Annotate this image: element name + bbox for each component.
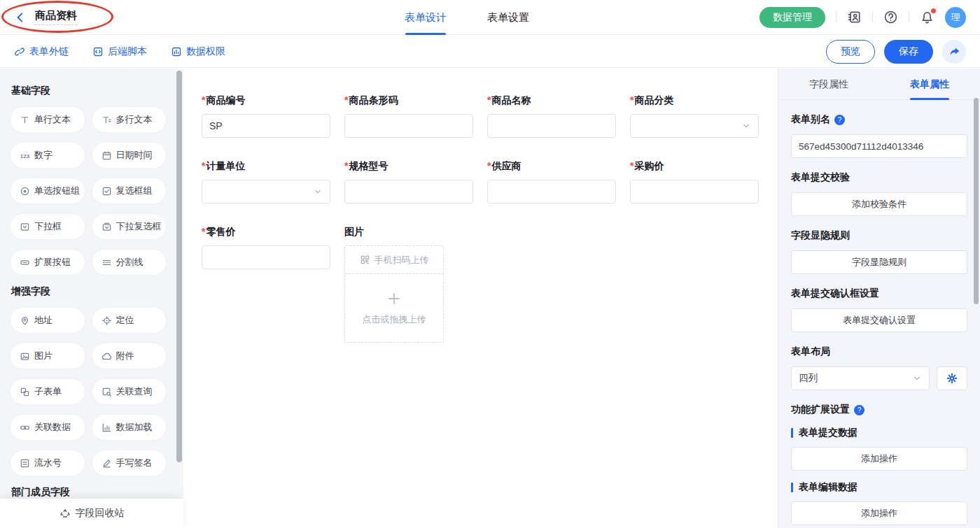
field-input[interactable] <box>344 180 473 204</box>
field-type-pill[interactable]: 日期时间 <box>92 142 167 169</box>
field-label: *商品编号 <box>202 94 330 107</box>
sidebar-scrollbar[interactable] <box>175 69 183 528</box>
required-asterisk: * <box>344 160 348 171</box>
field-input[interactable] <box>487 180 616 204</box>
field-input[interactable] <box>202 245 330 269</box>
field-type-pill[interactable]: 单行文本 <box>10 106 85 133</box>
field-type-pill[interactable]: 手写签名 <box>92 450 167 476</box>
properties-tab-form[interactable]: 表单属性 <box>879 69 980 99</box>
image-upload-field[interactable]: 手机扫码上传 点击或拖拽上传 <box>344 245 444 343</box>
required-asterisk: * <box>487 94 491 106</box>
field-type-pill[interactable]: 关联数据 <box>10 414 85 441</box>
data-manage-button[interactable]: 数据管理 <box>760 7 825 28</box>
toolbar-link-1[interactable]: 后端脚本 <box>92 45 147 58</box>
select-icon <box>20 222 30 232</box>
recycle-bin-label: 字段回收站 <box>76 507 125 520</box>
link-icon <box>14 46 25 57</box>
address-icon <box>20 315 30 326</box>
contacts-icon[interactable] <box>847 10 862 24</box>
canvas-field[interactable]: 图片 手机扫码上传 点击或拖拽上传 <box>344 225 473 343</box>
canvas-field[interactable]: *零售价 <box>202 225 330 269</box>
gear-icon <box>946 373 958 384</box>
required-asterisk: * <box>202 94 205 106</box>
required-asterisk: * <box>344 94 348 106</box>
sidebar-scrollbar-thumb[interactable] <box>176 71 182 462</box>
drag-drop-upload-area[interactable]: 点击或拖拽上传 <box>345 274 443 342</box>
field-type-pill[interactable]: 定位 <box>92 307 167 334</box>
toolbar-link-0[interactable]: 表单外链 <box>14 45 69 58</box>
field-type-pill[interactable]: 流水号 <box>10 450 85 476</box>
form-alias-label: 表单别名? <box>791 113 967 126</box>
form-toolbar: 表单外链后端脚本数据权限 预览 保存 <box>0 36 980 68</box>
linked-data-icon <box>20 422 30 433</box>
preview-button[interactable]: 预览 <box>826 40 875 64</box>
field-select[interactable] <box>630 114 759 138</box>
extension-subsection-label: 表单提交数据 <box>791 427 967 439</box>
field-input[interactable] <box>630 180 759 204</box>
form-grid: *商品编号SP*商品条形码*商品名称*商品分类*计量单位*规格型号*供应商*采购… <box>202 94 778 364</box>
help-tip-icon[interactable]: ? <box>854 405 864 415</box>
field-type-pill[interactable]: 子表单 <box>10 378 85 405</box>
save-button[interactable]: 保存 <box>884 40 933 64</box>
properties-panel: 字段属性表单属性 表单别名? 567ed45300d71112d4013346表… <box>778 69 980 528</box>
extension-action-button[interactable]: 添加操作 <box>791 501 967 525</box>
divider <box>872 12 873 23</box>
notification-bell-icon[interactable] <box>920 10 934 24</box>
field-type-pill[interactable]: 单选按钮组 <box>10 178 85 204</box>
field-type-pill[interactable]: 复选框组 <box>92 178 167 204</box>
required-asterisk: * <box>487 160 491 171</box>
share-button[interactable] <box>942 40 966 64</box>
field-input[interactable] <box>344 114 473 138</box>
canvas-field[interactable]: *商品名称 <box>487 94 616 138</box>
required-asterisk: * <box>202 226 205 237</box>
extension-action-button[interactable]: 添加操作 <box>791 447 967 471</box>
field-type-pill[interactable]: 扩展按钮 <box>10 249 85 276</box>
qr-code-icon <box>360 255 370 265</box>
attachment-icon <box>102 351 112 362</box>
back-button[interactable] <box>14 11 27 24</box>
field-input[interactable] <box>487 114 616 138</box>
toolbar-links: 表单外链后端脚本数据权限 <box>14 45 225 58</box>
help-tip-icon[interactable]: ? <box>834 115 845 125</box>
form-layout-label: 表单布局 <box>791 345 967 358</box>
canvas-field[interactable]: *商品分类 <box>630 94 759 138</box>
field-select[interactable] <box>202 180 330 204</box>
field-type-pill[interactable]: 数据加载 <box>92 414 167 441</box>
canvas-field[interactable]: *商品编号SP <box>202 94 330 138</box>
layout-settings-button[interactable] <box>937 366 967 390</box>
canvas-field[interactable]: *计量单位 <box>202 159 330 204</box>
property-action-button[interactable]: 添加校验条件 <box>791 192 967 216</box>
property-action-button[interactable]: 表单提交确认设置 <box>791 308 967 332</box>
chevron-down-icon <box>912 373 922 383</box>
property-action-button[interactable]: 字段显隐规则 <box>791 250 967 274</box>
help-icon[interactable] <box>883 10 898 24</box>
field-input[interactable]: SP <box>202 114 330 138</box>
subform-icon <box>20 387 30 397</box>
properties-body: 表单别名? 567ed45300d71112d4013346表单提交校验 添加校… <box>791 113 967 525</box>
field-type-pill[interactable]: 地址 <box>10 307 85 334</box>
field-type-pill[interactable]: 图片 <box>10 343 85 369</box>
user-avatar[interactable]: 理 <box>945 7 966 28</box>
canvas-field[interactable]: *供应商 <box>487 159 616 204</box>
header-tab-form-design[interactable]: 表单设计 <box>405 0 447 35</box>
header-tab-form-settings[interactable]: 表单设置 <box>487 0 529 35</box>
canvas-field[interactable]: *采购价 <box>630 159 759 204</box>
field-type-pill[interactable]: 附件 <box>92 343 167 369</box>
sidebar-section-title: 增强字段 <box>11 285 165 298</box>
properties-tab-field[interactable]: 字段属性 <box>778 69 879 99</box>
field-type-pill[interactable]: 关联查询 <box>92 378 167 405</box>
canvas-field[interactable]: *规格型号 <box>344 159 473 204</box>
field-type-pill[interactable]: 多行文本 <box>92 106 167 133</box>
field-recycle-bin[interactable]: 字段回收站 <box>0 499 183 528</box>
property-section-label: 字段显隐规则 <box>791 229 967 242</box>
canvas-field[interactable]: *商品条形码 <box>344 94 473 138</box>
scan-upload-button[interactable]: 手机扫码上传 <box>345 246 443 274</box>
toolbar-link-2[interactable]: 数据权限 <box>171 45 225 58</box>
field-type-pill[interactable]: 下拉复选框 <box>92 213 167 240</box>
field-type-pill[interactable]: 123数字 <box>10 142 85 169</box>
field-type-pill[interactable]: 分割线 <box>92 249 167 276</box>
field-type-pill[interactable]: 下拉框 <box>10 213 85 240</box>
properties-scrollbar-thumb[interactable] <box>974 98 979 304</box>
form-layout-select[interactable]: 四列 <box>791 366 930 390</box>
form-alias-input[interactable]: 567ed45300d71112d4013346 <box>791 134 967 158</box>
